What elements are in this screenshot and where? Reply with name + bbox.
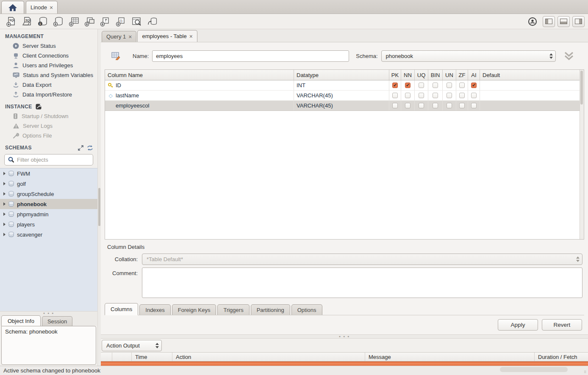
database-inspector-button[interactable]: i	[35, 16, 50, 28]
open-sql-script-button[interactable]: SQL	[19, 16, 35, 28]
output-splitter[interactable]: ● ● ●	[101, 334, 588, 339]
output-horizontal-scrollbar[interactable]	[500, 367, 568, 372]
sidebar-item-options-file[interactable]: Options File	[0, 131, 97, 141]
header-action[interactable]: Action	[172, 353, 365, 361]
column-row-id[interactable]: ID INT	[105, 80, 580, 91]
reconnect-dbms-button[interactable]	[144, 16, 160, 28]
expander-icon[interactable]	[3, 172, 6, 175]
expander-icon[interactable]	[3, 212, 6, 216]
bin-checkbox[interactable]	[433, 83, 438, 88]
zf-checkbox[interactable]	[459, 103, 465, 108]
column-default[interactable]	[480, 91, 580, 100]
schema-item-scavenger[interactable]: scavenger	[0, 229, 97, 240]
schema-item-phonebook[interactable]: phonebook	[0, 199, 97, 209]
apply-button[interactable]: Apply	[498, 319, 538, 331]
header-nn[interactable]: NN	[401, 70, 414, 80]
schema-filter-input[interactable]	[17, 157, 92, 163]
expand-schemas-icon[interactable]	[78, 145, 83, 151]
new-sql-tab-button[interactable]: SQL	[3, 16, 19, 28]
toggle-bottom-panel-button[interactable]	[557, 16, 570, 27]
grid-empty-area[interactable]	[105, 111, 580, 239]
tab-object-info[interactable]: Object Info	[1, 315, 41, 326]
sidebar-item-startup-shutdown[interactable]: Startup / Shutdown	[0, 111, 97, 121]
table-name-input[interactable]	[152, 50, 349, 62]
header-datatype[interactable]: Datatype	[294, 70, 389, 80]
expander-icon[interactable]	[3, 233, 6, 236]
refresh-schemas-icon[interactable]	[87, 145, 93, 151]
schema-item-groupschedule[interactable]: groupSchedule	[0, 189, 97, 199]
column-default[interactable]	[480, 80, 580, 90]
revert-button[interactable]: Revert	[542, 319, 582, 331]
tab-partitioning[interactable]: Partitioning	[251, 304, 290, 315]
create-function-button[interactable]: ()	[113, 16, 129, 28]
ai-checkbox[interactable]	[471, 93, 477, 98]
action-output-selected-row[interactable]	[101, 361, 588, 366]
expander-icon[interactable]	[3, 182, 6, 185]
sidebar-scrollbar[interactable]	[97, 29, 101, 366]
expander-icon[interactable]	[3, 202, 6, 206]
grid-vertical-scrollbar[interactable]	[580, 70, 584, 239]
nn-checkbox[interactable]	[405, 93, 410, 98]
close-icon[interactable]: ×	[50, 4, 53, 11]
create-schema-button[interactable]	[50, 16, 66, 28]
expander-icon[interactable]	[3, 192, 6, 196]
uq-checkbox[interactable]	[419, 103, 424, 108]
schema-item-fwm[interactable]: FWM	[0, 168, 97, 179]
header-default[interactable]: Default	[480, 70, 580, 80]
schema-item-players[interactable]: players	[0, 219, 97, 229]
tab-columns[interactable]: Columns	[105, 303, 138, 315]
header-zf[interactable]: ZF	[456, 70, 468, 80]
create-table-button[interactable]	[66, 16, 82, 28]
tab-indexes[interactable]: Indexes	[139, 304, 171, 315]
collapse-header-icon[interactable]	[563, 51, 574, 61]
header-time[interactable]: Time	[131, 353, 172, 361]
tab-options[interactable]: Options	[291, 304, 322, 315]
header-un[interactable]: UN	[442, 70, 456, 80]
bin-checkbox[interactable]	[433, 93, 438, 98]
zf-checkbox[interactable]	[459, 83, 465, 88]
column-default[interactable]	[480, 101, 580, 110]
header-column-name[interactable]: Column Name	[105, 70, 294, 80]
uq-checkbox[interactable]	[419, 83, 424, 88]
create-view-button[interactable]	[82, 16, 97, 28]
tab-employees-table[interactable]: employees - Table ×	[137, 30, 197, 42]
toggle-right-panel-button[interactable]	[572, 16, 585, 27]
sidebar-item-data-import[interactable]: Data Import/Restore	[0, 90, 97, 99]
un-checkbox[interactable]	[447, 103, 452, 108]
header-ai[interactable]: AI	[468, 70, 480, 80]
column-row-lastname[interactable]: ◇ lastName VARCHAR(45)	[105, 91, 580, 101]
sidebar-item-server-logs[interactable]: Server Logs	[0, 121, 97, 131]
sidebar-splitter[interactable]: ● ● ●	[0, 311, 97, 314]
tab-foreign-keys[interactable]: Foreign Keys	[172, 304, 216, 315]
pk-checkbox[interactable]	[392, 83, 398, 88]
sidebar-item-status-system-variables[interactable]: Status and System Variables	[0, 70, 97, 80]
pk-checkbox[interactable]	[392, 103, 398, 108]
ai-checkbox[interactable]	[471, 83, 477, 88]
header-uq[interactable]: UQ	[414, 70, 428, 80]
search-table-data-button[interactable]	[129, 16, 144, 28]
schema-filter-box[interactable]	[4, 154, 93, 165]
uq-checkbox[interactable]	[419, 93, 424, 98]
schema-item-phpmyadmin[interactable]: phpmyadmin	[0, 209, 97, 219]
output-view-select[interactable]: Action Output	[102, 340, 162, 351]
window-resize-grip[interactable]: ⠿	[584, 370, 587, 374]
connection-tab[interactable]: Linode ×	[26, 1, 58, 14]
collation-select[interactable]: *Table Default*	[142, 254, 582, 265]
tab-session[interactable]: Session	[42, 316, 72, 326]
ai-checkbox[interactable]	[471, 103, 477, 108]
header-message[interactable]: Message	[365, 353, 534, 361]
zf-checkbox[interactable]	[459, 93, 465, 98]
sidebar-item-users-privileges[interactable]: Users and Privileges	[0, 61, 97, 70]
toggle-left-panel-button[interactable]	[543, 16, 555, 27]
close-icon[interactable]: ×	[128, 33, 132, 40]
header-duration-fetch[interactable]: Duration / Fetch	[534, 353, 588, 361]
comment-textarea[interactable]	[142, 267, 582, 298]
pk-checkbox[interactable]	[392, 93, 398, 98]
tab-triggers[interactable]: Triggers	[217, 304, 249, 315]
header-pk[interactable]: PK	[389, 70, 401, 80]
header-bin[interactable]: BIN	[428, 70, 442, 80]
home-tab[interactable]	[1, 1, 24, 14]
close-icon[interactable]: ×	[189, 33, 193, 40]
tab-query-1[interactable]: Query 1 ×	[102, 31, 136, 42]
sidebar-item-server-status[interactable]: Server Status	[0, 41, 97, 51]
